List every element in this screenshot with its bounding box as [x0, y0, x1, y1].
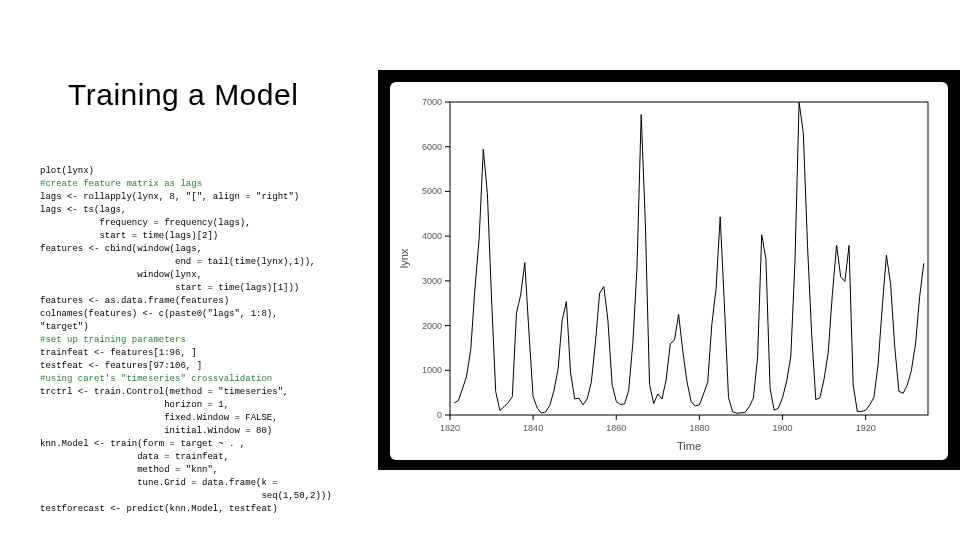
- lynx-plot: 1820184018601880190019200100020003000400…: [390, 82, 948, 460]
- code-line: "target"): [40, 322, 89, 332]
- code-line: lags <- ts(lags,: [40, 205, 126, 215]
- code-line: window(lynx,: [40, 270, 202, 280]
- x-tick-label: 1880: [689, 423, 709, 433]
- y-tick-label: 7000: [422, 97, 442, 107]
- slide-title: Training a Model: [68, 78, 298, 112]
- code-line: method = "knn",: [40, 465, 218, 475]
- y-tick-label: 1000: [422, 365, 442, 375]
- x-tick-label: 1860: [606, 423, 626, 433]
- code-line: testforecast <- predict(knn.Model, testf…: [40, 504, 278, 514]
- x-tick-label: 1900: [773, 423, 793, 433]
- code-line: horizon = 1,: [40, 400, 229, 410]
- code-line: trctrl <- train.Control(method = "timese…: [40, 387, 288, 397]
- code-line: tune.Grid = data.frame(k =: [40, 478, 278, 488]
- plot-frame: [450, 102, 928, 415]
- code-line: testfeat <- features[97:106, ]: [40, 361, 202, 371]
- y-tick-label: 3000: [422, 276, 442, 286]
- series-line: [454, 102, 924, 413]
- code-line: plot(lynx): [40, 166, 94, 176]
- slide: Training a Model plot(lynx) #create feat…: [0, 0, 960, 540]
- y-tick-label: 2000: [422, 321, 442, 331]
- code-line: #using caret's "timeseries" crossvalidat…: [40, 374, 272, 384]
- code-line: start = time(lags)[1])): [40, 283, 299, 293]
- y-tick-label: 0: [437, 410, 442, 420]
- code-line: trainfeat <- features[1:96, ]: [40, 348, 197, 358]
- y-tick-label: 4000: [422, 231, 442, 241]
- x-tick-label: 1920: [856, 423, 876, 433]
- code-line: data = trainfeat,: [40, 452, 229, 462]
- code-line: #set up training parameters: [40, 335, 186, 345]
- code-line: lags <- rollapply(lynx, 8, "[", align = …: [40, 192, 299, 202]
- code-line: initial.Window = 80): [40, 426, 272, 436]
- y-tick-label: 5000: [422, 186, 442, 196]
- code-line: start = time(lags)[2]): [40, 231, 218, 241]
- x-axis-label: Time: [677, 440, 701, 452]
- code-line: #create feature matrix as lags: [40, 179, 202, 189]
- y-axis-label: lynx: [398, 248, 410, 268]
- code-line: end = tail(time(lynx),1)),: [40, 257, 315, 267]
- code-line: features <- as.data.frame(features): [40, 296, 229, 306]
- code-line: seq(1,50,2))): [40, 491, 332, 501]
- code-line: knn.Model <- train(form = target ~ . ,: [40, 439, 245, 449]
- x-tick-label: 1840: [523, 423, 543, 433]
- code-line: colnames(features) <- c(paste0("lags", 1…: [40, 309, 278, 319]
- x-tick-label: 1820: [440, 423, 460, 433]
- y-tick-label: 6000: [422, 142, 442, 152]
- code-line: fixed.Window = FALSE,: [40, 413, 278, 423]
- code-line: frequency = frequency(lags),: [40, 218, 251, 228]
- code-line: features <- cbind(window(lags,: [40, 244, 202, 254]
